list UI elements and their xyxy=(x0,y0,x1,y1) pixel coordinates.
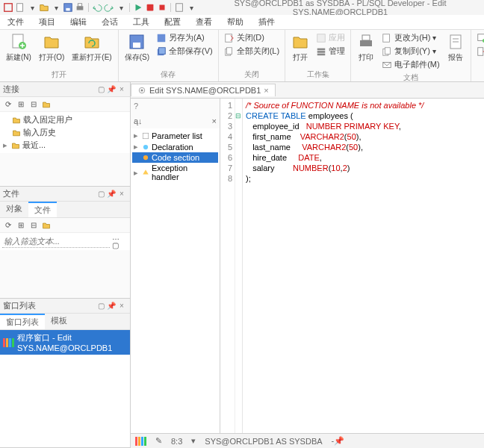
conn-title: 连接 xyxy=(3,84,19,95)
workset-manage-button[interactable]: 管理 xyxy=(314,45,347,57)
new-button[interactable]: 新建(N) xyxy=(3,31,34,64)
dropdown-icon[interactable]: ▾ xyxy=(27,2,37,13)
run-icon[interactable] xyxy=(133,2,143,13)
editor-tab[interactable]: Edit SYS.NAME@ORCLPDB1 × xyxy=(131,84,276,96)
print-button[interactable]: 打印 xyxy=(354,31,378,64)
email-button[interactable]: 电子邮件(M) xyxy=(379,58,442,71)
redo-icon[interactable] xyxy=(104,2,114,13)
tab-files[interactable]: 文件 xyxy=(28,202,57,217)
panel-autohide-icon[interactable]: ▢ xyxy=(96,301,106,311)
saveall-button[interactable]: 全部保存(V) xyxy=(154,45,215,57)
close-button[interactable]: 关闭(D) xyxy=(222,31,282,44)
panel-close-icon[interactable]: × xyxy=(117,189,127,199)
changeto-button[interactable]: 更改为(H)▾ xyxy=(379,31,442,44)
sort-icon[interactable]: ą↓ xyxy=(134,116,143,125)
refresh-icon[interactable]: ⟳ xyxy=(3,99,13,110)
tree-row[interactable]: 输入历史 xyxy=(3,126,127,139)
collapse-icon[interactable]: ⊟ xyxy=(28,99,39,110)
svg-rect-13 xyxy=(158,34,166,42)
tree-row[interactable]: 载入固定用户 xyxy=(3,113,127,126)
dropdown-icon[interactable]: ▾ xyxy=(186,2,196,13)
panel-autohide-icon[interactable]: ▢ xyxy=(96,84,106,95)
code-content[interactable]: /* Source of FUNCTION NAME is not availa… xyxy=(243,99,484,433)
save-icon[interactable] xyxy=(63,2,73,13)
debug-icon[interactable] xyxy=(145,2,155,13)
svg-rect-37 xyxy=(143,133,149,139)
group-doc-label: 文档 xyxy=(354,71,468,83)
exit-button[interactable]: 退出(X) xyxy=(474,45,484,57)
outline-q-icon[interactable]: ? xyxy=(134,102,138,111)
fold-gutter: ⊟ xyxy=(235,99,243,433)
saveas-button[interactable]: 另存为(A) xyxy=(154,31,215,44)
dropdown-icon[interactable]: ▾ xyxy=(51,2,61,13)
menu-view[interactable]: 查看 xyxy=(188,15,220,29)
expand-icon[interactable]: ⊞ xyxy=(16,99,26,110)
panel-pin-icon[interactable]: 📌 xyxy=(106,301,117,311)
outline-close-icon[interactable]: × xyxy=(212,116,217,125)
outline-row[interactable]: Code section xyxy=(132,152,218,163)
group-app-label: 应用程序 xyxy=(474,68,484,80)
menu-edit[interactable]: 编辑 xyxy=(63,15,94,29)
open-button[interactable]: 打开(O) xyxy=(36,31,67,64)
copyto-button[interactable]: 复制到(Y)▾ xyxy=(379,45,442,57)
panel-pin-icon[interactable]: 📌 xyxy=(106,189,117,199)
winlist-item[interactable]: 程序窗口 - Edit SYS.NAME@ORCLPDB1 xyxy=(0,330,130,355)
collapse-icon[interactable]: ⊟ xyxy=(28,220,39,231)
reopen-button[interactable]: 重新打开(E) xyxy=(69,31,114,64)
panel-close-icon[interactable]: × xyxy=(117,301,127,311)
panel-pin-icon[interactable]: 📌 xyxy=(106,84,117,95)
menu-session[interactable]: 会话 xyxy=(94,15,125,29)
svg-rect-5 xyxy=(78,4,81,7)
workset-apply-button[interactable]: 应用 xyxy=(314,31,347,44)
dropdown-icon[interactable]: ▾ xyxy=(116,2,126,13)
tab-winlist[interactable]: 窗口列表 xyxy=(0,314,45,329)
clear-icon[interactable]: …▢ xyxy=(112,236,122,246)
app-icon xyxy=(3,2,13,13)
newinstance-button[interactable]: 新建实例(W) xyxy=(474,31,484,44)
stop-icon[interactable] xyxy=(157,2,167,13)
svg-rect-1 xyxy=(17,4,23,12)
svg-rect-21 xyxy=(317,51,326,53)
filter-input[interactable] xyxy=(2,235,110,248)
svg-rect-30 xyxy=(453,38,459,40)
undo-icon[interactable] xyxy=(92,2,102,13)
panel-autohide-icon[interactable]: ▢ xyxy=(96,189,106,199)
gear-icon xyxy=(137,86,146,95)
panel-close-icon[interactable]: × xyxy=(117,84,127,95)
ribbon: 新建(N) 打开(O) 重新打开(E) 打开 保存(S) 另存为(A) 全部保存… xyxy=(0,30,484,82)
tab-template[interactable]: 模板 xyxy=(45,314,73,329)
tab-objects[interactable]: 对象 xyxy=(0,202,28,217)
winlist-item-label: 程序窗口 - Edit SYS.NAME@ORCLPDB1 xyxy=(17,332,127,352)
editor-tab-label: Edit SYS.NAME@ORCLPDB1 xyxy=(149,86,261,95)
main: 连接 ▢ 📌 × ⟳ ⊞ ⊟ 载入固定用户 输入历史 ▸最近... 文件 xyxy=(0,82,484,448)
save-button[interactable]: 保存(S) xyxy=(122,31,152,64)
print-icon[interactable] xyxy=(75,2,85,13)
menu-config[interactable]: 配置 xyxy=(157,15,188,29)
menu-help[interactable]: 帮助 xyxy=(220,15,251,29)
window-title: SYS@ORCLPDB1 as SYSDBA - PL/SQL Develope… xyxy=(199,0,481,16)
close-icon[interactable]: × xyxy=(264,86,268,95)
menu-plugins[interactable]: 插件 xyxy=(251,15,282,29)
folder-icon[interactable] xyxy=(41,220,52,231)
outline-row[interactable]: ▸Declaration xyxy=(132,141,218,152)
open-icon[interactable] xyxy=(39,2,49,13)
tree-row[interactable]: ▸最近... xyxy=(3,139,127,152)
conn-panel-header: 连接 ▢ 📌 × xyxy=(0,82,130,97)
closeall-button[interactable]: 全部关闭(L) xyxy=(222,45,282,57)
outline-row[interactable]: ▸Exception handler xyxy=(132,163,218,182)
menu-file[interactable]: 文件 xyxy=(0,15,31,29)
menu-project[interactable]: 项目 xyxy=(31,15,63,29)
workset-open-button[interactable]: 打开 xyxy=(288,31,312,64)
commit-icon[interactable] xyxy=(174,2,184,13)
menu-tools[interactable]: 工具 xyxy=(125,15,157,29)
new-icon[interactable] xyxy=(15,2,25,13)
outline-row[interactable]: ▸Parameter list xyxy=(132,130,218,141)
divider-icon: ▾ xyxy=(191,436,196,446)
expand-icon[interactable]: ⊞ xyxy=(16,220,26,231)
refresh-icon[interactable]: ⟳ xyxy=(3,220,13,231)
report-button[interactable]: 报告 xyxy=(444,31,468,64)
pin-icon[interactable]: -📌 xyxy=(332,436,345,446)
code-editor[interactable]: 12345678 ⊟ /* Source of FUNCTION NAME is… xyxy=(220,99,484,433)
folder-icon[interactable] xyxy=(41,99,52,110)
status-bars-icon xyxy=(135,437,146,446)
